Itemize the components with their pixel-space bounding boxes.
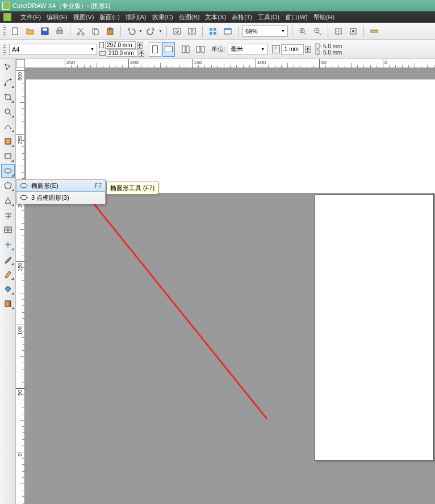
unit-label: 单位:	[211, 45, 225, 53]
new-button[interactable]	[9, 25, 22, 37]
svg-rect-0	[12, 28, 18, 35]
svg-rect-13	[210, 28, 212, 31]
table-tool[interactable]	[1, 223, 15, 237]
menu-text[interactable]: 文本(X)	[205, 13, 226, 22]
duplicate-distance: 5.0 mm 5.0 mm	[315, 43, 342, 56]
menu-bitmap[interactable]: 位图(B)	[179, 13, 200, 22]
basic-shapes-tool[interactable]	[1, 194, 15, 207]
toolbar-grip[interactable]	[3, 26, 6, 37]
svg-point-43	[23, 195, 24, 196]
menu-view[interactable]: 视图(V)	[73, 13, 94, 22]
vertical-ruler[interactable]: 300250200150100500	[16, 68, 25, 504]
flyout-3pt-ellipse[interactable]: 3 点椭圆形(3)	[16, 191, 105, 204]
page-facing-button[interactable]	[194, 43, 207, 56]
svg-text:字: 字	[5, 212, 11, 219]
svg-rect-25	[182, 46, 185, 53]
rectangle-tool[interactable]	[1, 149, 15, 163]
menu-help[interactable]: 帮助(H)	[313, 13, 334, 22]
save-button[interactable]	[39, 25, 51, 37]
menu-arrange[interactable]: 排列(A)	[126, 13, 147, 22]
ellipse-tool[interactable]	[1, 164, 15, 178]
svg-rect-28	[201, 47, 204, 52]
smart-fill-tool[interactable]	[1, 135, 15, 148]
nudge-spinner[interactable]: ▲▼	[305, 46, 311, 53]
svg-point-39	[20, 183, 27, 188]
dup-x-icon	[315, 43, 322, 49]
property-grip[interactable]	[3, 44, 6, 55]
svg-rect-15	[210, 32, 212, 35]
menu-file[interactable]: 文件(F)	[20, 13, 41, 22]
text-tool[interactable]: 字	[1, 208, 15, 222]
freehand-tool[interactable]	[1, 120, 15, 133]
svg-point-33	[5, 109, 10, 114]
svg-point-31	[4, 85, 6, 86]
import-button[interactable]	[171, 25, 183, 37]
height-spinner[interactable]: ▲▼	[139, 50, 144, 57]
ruler-button[interactable]	[368, 25, 380, 37]
menu-table[interactable]: 表格(T)	[232, 13, 252, 22]
page-size-value: A4	[12, 46, 19, 53]
svg-rect-26	[186, 46, 189, 53]
three-point-ellipse-icon	[20, 194, 28, 201]
menu-edit[interactable]: 编辑(E)	[47, 13, 68, 22]
shape-tool[interactable]	[1, 75, 15, 89]
svg-rect-27	[196, 47, 200, 52]
snap-button[interactable]	[332, 25, 345, 37]
undo-button[interactable]	[125, 25, 137, 37]
zoom-level[interactable]: ▼	[242, 26, 288, 37]
interactive-fill-tool[interactable]	[1, 297, 15, 310]
zoom-out-button[interactable]	[311, 25, 324, 37]
unit-select[interactable]: 毫米 ▼	[228, 44, 267, 55]
options-button[interactable]	[347, 25, 359, 37]
svg-rect-8	[94, 30, 98, 35]
polygon-tool[interactable]	[1, 179, 15, 192]
canvas-area: 25020015010050050 300250200150100500	[16, 59, 435, 504]
paste-button[interactable]	[104, 25, 116, 37]
outline-tool[interactable]	[1, 267, 15, 281]
eyedropper-tool[interactable]	[1, 253, 15, 266]
welcome-button[interactable]	[221, 25, 234, 37]
tooltip: 椭圆形工具 (F7)	[106, 182, 158, 195]
app-launcher-button[interactable]	[207, 25, 219, 37]
page-width-input[interactable]	[105, 41, 136, 49]
svg-point-42	[26, 197, 27, 198]
open-button[interactable]	[24, 25, 36, 37]
svg-point-23	[352, 30, 354, 32]
redo-button[interactable]	[145, 25, 157, 37]
dup-y-icon	[315, 49, 322, 55]
page-size-select[interactable]: A4 ▼	[9, 44, 97, 55]
redo-dropdown[interactable]: ▼	[158, 29, 162, 33]
drawing-page[interactable]	[315, 194, 434, 461]
interactive-tool[interactable]	[1, 238, 15, 251]
zoom-in-button[interactable]	[296, 25, 309, 37]
pick-tool[interactable]	[1, 61, 15, 74]
fill-tool[interactable]	[1, 282, 15, 296]
canvas[interactable]	[25, 68, 435, 504]
svg-rect-10	[109, 28, 111, 30]
svg-rect-18	[224, 28, 231, 30]
copy-button[interactable]	[89, 25, 102, 37]
nudge-input[interactable]	[281, 44, 304, 54]
crop-tool[interactable]	[1, 90, 15, 104]
horizontal-ruler[interactable]: 25020015010050050	[25, 59, 435, 68]
svg-point-32	[10, 79, 11, 81]
ruler-origin[interactable]	[16, 59, 25, 68]
cut-button[interactable]	[74, 25, 87, 37]
width-spinner[interactable]: ▲▼	[137, 42, 143, 49]
menu-effects[interactable]: 效果(C)	[152, 13, 173, 22]
menu-window[interactable]: 窗口(W)	[285, 13, 308, 22]
unit-value: 毫米	[231, 45, 243, 53]
print-button[interactable]	[53, 25, 66, 37]
undo-dropdown[interactable]: ▼	[139, 29, 143, 33]
page-layout-button[interactable]	[179, 43, 192, 56]
flyout-ellipse[interactable]: 椭圆形(E) F7	[16, 179, 106, 192]
menu-tools[interactable]: 工具(O)	[258, 13, 279, 22]
export-button[interactable]	[186, 25, 198, 37]
page-height-input[interactable]	[107, 49, 137, 57]
portrait-button[interactable]	[149, 42, 161, 57]
dup-y-value: 5.0 mm	[323, 49, 342, 56]
menu-layout[interactable]: 版面(L)	[99, 13, 119, 22]
landscape-button[interactable]	[162, 42, 175, 57]
zoom-tool[interactable]	[1, 105, 15, 119]
zoom-input[interactable]	[245, 28, 274, 35]
